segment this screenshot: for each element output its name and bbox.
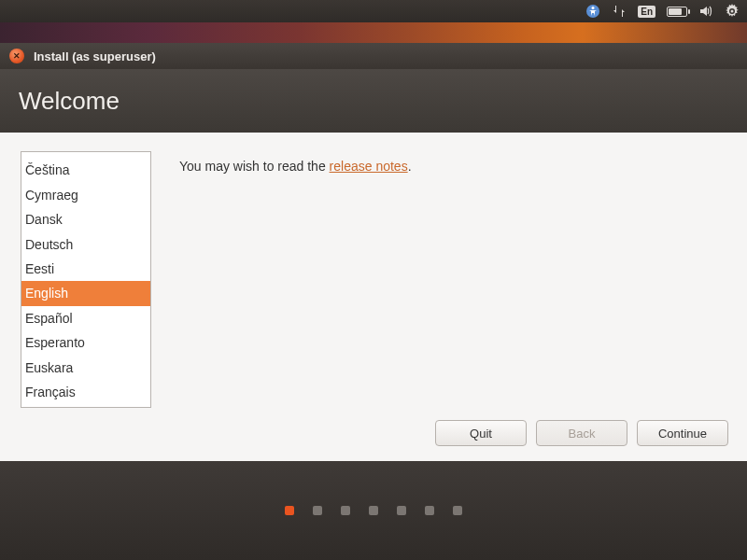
settings-gear-icon[interactable] (725, 4, 740, 19)
language-option[interactable]: Euskara (21, 356, 150, 380)
language-option[interactable]: Cymraeg (21, 183, 150, 207)
language-option[interactable]: English (21, 281, 150, 305)
language-option[interactable]: Español (21, 306, 150, 330)
prompt-text-pre: You may wish to read the (179, 159, 330, 174)
quit-button[interactable]: Quit (435, 420, 527, 446)
page-title: Welcome (19, 87, 120, 116)
language-option[interactable]: Eesti (21, 257, 150, 281)
network-icon[interactable] (612, 4, 627, 19)
battery-icon[interactable] (667, 7, 687, 17)
wizard-buttons: Quit Back Continue (435, 420, 728, 446)
language-option[interactable]: Dansk (21, 207, 150, 231)
language-option[interactable]: Català (21, 151, 150, 158)
window-titlebar: ✕ Install (as superuser) (0, 43, 747, 69)
language-option[interactable]: Gaeilge (21, 404, 150, 408)
progress-dots (0, 461, 747, 560)
language-option[interactable]: Deutsch (21, 232, 150, 257)
input-source-indicator[interactable]: En (638, 6, 655, 18)
accessibility-icon[interactable] (585, 4, 600, 19)
progress-dot (341, 506, 350, 515)
installer-content: CatalàČeštinaCymraegDanskDeutschEestiEng… (0, 133, 747, 461)
prompt-text-post: . (408, 159, 412, 174)
welcome-text: You may wish to read the release notes. (179, 151, 412, 442)
svg-point-1 (592, 7, 595, 9)
close-icon[interactable]: ✕ (9, 49, 24, 63)
progress-dot (453, 506, 462, 515)
progress-dot (313, 506, 322, 515)
system-menubar: En (0, 0, 747, 22)
release-notes-link[interactable]: release notes (330, 159, 408, 174)
back-button: Back (536, 420, 627, 446)
language-option[interactable]: Čeština (21, 158, 150, 182)
language-list[interactable]: CatalàČeštinaCymraegDanskDeutschEestiEng… (21, 151, 151, 408)
desktop-wallpaper-strip (0, 22, 747, 43)
progress-dot (285, 506, 294, 515)
window-title: Install (as superuser) (34, 49, 156, 63)
volume-icon[interactable] (698, 4, 713, 19)
progress-dot (397, 506, 406, 515)
language-option[interactable]: Esperanto (21, 330, 150, 355)
page-header: Welcome (0, 69, 747, 133)
language-option[interactable]: Français (21, 380, 150, 404)
progress-dot (425, 506, 434, 515)
continue-button[interactable]: Continue (637, 420, 728, 446)
progress-dot (369, 506, 378, 515)
